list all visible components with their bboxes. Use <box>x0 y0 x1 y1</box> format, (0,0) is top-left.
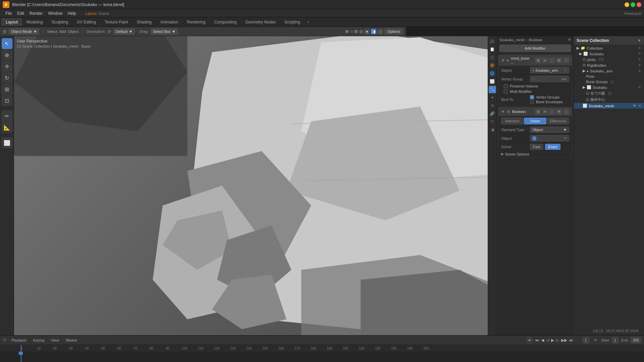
frame-circle-indicator[interactable]: ● <box>526 337 533 344</box>
timeline-editor-icon[interactable]: ⏱ <box>3 338 7 343</box>
tab-rendering[interactable]: Rendering <box>182 18 210 26</box>
options-button[interactable]: Options <box>384 28 403 35</box>
overlay-icon[interactable]: ⊞ <box>354 29 358 34</box>
rotate-tool-btn[interactable]: ↻ <box>2 72 12 83</box>
add-cube-tool-btn[interactable]: ⬜ <box>2 137 12 148</box>
exact-solver-btn[interactable]: Exact <box>545 144 560 150</box>
particles-props-btn[interactable]: ✦ <box>489 94 496 101</box>
soukaku-visibility[interactable]: 👁 <box>638 52 641 56</box>
world-props-btn[interactable]: 🌐 <box>489 70 496 77</box>
keying-menu[interactable]: Keying <box>31 338 47 343</box>
render-props-btn[interactable]: 🎥 <box>489 38 496 45</box>
intersect-tab[interactable]: Intersect <box>501 118 523 124</box>
vertex-prev-icon[interactable]: ◀ <box>561 77 564 81</box>
mod-eye-icon[interactable]: 👁 <box>556 57 562 63</box>
next-frame-btn[interactable]: ▶▶ <box>561 338 567 343</box>
bone-envelopes-checkbox[interactable] <box>530 100 534 104</box>
tab-uv-editing[interactable]: UV Editing <box>72 18 100 26</box>
tab-texture-paint[interactable]: Texture Paint <box>100 18 132 26</box>
data-props-btn[interactable]: ▽ <box>489 118 496 125</box>
timeline-body[interactable]: 1 10 20 30 40 50 60 70 80 90 100 110 120… <box>0 345 644 362</box>
playhead-handle[interactable] <box>19 352 23 355</box>
add-menu[interactable]: Add <box>59 29 66 34</box>
bool-eye-icon[interactable]: 👁 <box>556 109 562 115</box>
xray-icon[interactable]: ◎ <box>359 29 363 34</box>
output-props-btn[interactable]: 📋 <box>489 46 496 53</box>
mod-edit-icon[interactable]: ✏ <box>542 57 548 63</box>
multi-modifier-checkbox[interactable] <box>504 89 508 94</box>
bool-collapse-icon[interactable]: ▼ <box>501 110 505 114</box>
tab-geometry-nodes[interactable]: Geometry Nodes <box>241 18 280 26</box>
mod-settings-icon[interactable]: ⚙ <box>535 57 541 63</box>
measure-tool-btn[interactable]: 📐 <box>2 122 12 133</box>
prev-frame-btn[interactable]: ◀ <box>541 338 544 343</box>
vertex-group-value[interactable]: ⊡ ◀ ▶ <box>530 76 569 82</box>
move-tool-btn[interactable]: ✛ <box>2 61 12 72</box>
collection-item-1[interactable]: ▶ ⬜ Soukaku 👁 <box>574 51 644 57</box>
current-frame-input[interactable]: 1 <box>583 337 589 343</box>
scene-props-btn[interactable]: 🔆 <box>489 62 496 69</box>
bool-close-icon[interactable]: ✕ <box>563 109 569 115</box>
sync-icon[interactable]: ⟳ <box>594 338 597 343</box>
bool-object-pencil[interactable]: ✏ <box>564 136 567 140</box>
modifier-collapse-icon[interactable]: ▼ <box>501 58 505 62</box>
material-shading-btn[interactable]: ◑ <box>371 29 376 34</box>
rigidbodies-visibility[interactable]: 👁 <box>638 63 641 67</box>
collection-item-pose[interactable]: Pose <box>574 74 644 79</box>
breadcrumb-boolean[interactable]: Boolean <box>529 38 542 42</box>
collection-item-operation-center[interactable]: ⊡ 操作中心 <box>574 97 644 103</box>
timeline-track[interactable] <box>0 352 644 362</box>
tab-layout[interactable]: Layout <box>1 18 22 26</box>
prev-keyframe-btn[interactable]: ◁ <box>546 338 549 343</box>
add-workspace-button[interactable]: + <box>305 18 312 26</box>
tab-shading[interactable]: Shading <box>132 18 156 26</box>
annotate-tool-btn[interactable]: ✏ <box>2 111 12 121</box>
collection-item-0[interactable]: ▶ 📁 Collection 👁 <box>574 45 644 51</box>
select-tool-btn[interactable]: ↖ <box>2 38 12 49</box>
collection-item-soukaku-mesh-selected[interactable]: ⬜ Soukaku_mesh 👁 ⚙ <box>574 103 644 109</box>
soukaku-mesh-extra-icon[interactable]: ⚙ <box>638 104 641 108</box>
bool-settings-icon[interactable]: ⚙ <box>535 109 541 115</box>
scale-tool-btn[interactable]: ⊞ <box>2 84 12 95</box>
maximize-button[interactable] <box>631 2 635 7</box>
tab-modeling[interactable]: Modeling <box>22 18 47 26</box>
mod-close-icon[interactable]: ✕ <box>563 57 569 63</box>
constraints-props-btn[interactable]: 🔗 <box>489 110 496 117</box>
collection-item-rigidbodies[interactable]: ⊡ Rigidbodies 👁 <box>574 62 644 68</box>
back-button[interactable]: ✕ <box>568 38 571 42</box>
solver-options-row[interactable]: ▶ Solver Options <box>498 151 572 157</box>
bool-camera-icon[interactable]: 🎥 <box>549 109 555 115</box>
orientation-dropdown[interactable]: Default ▼ <box>113 28 135 35</box>
mod-camera-icon[interactable]: 🎥 <box>549 57 555 63</box>
view-layer-props-btn[interactable]: ◫ <box>489 54 496 61</box>
add-modifier-button[interactable]: Add Modifier <box>499 45 571 52</box>
rendered-shading-btn[interactable]: ○ <box>378 29 383 34</box>
breadcrumb-mesh[interactable]: Soukaku_mesh <box>499 38 525 42</box>
union-tab[interactable]: Union <box>524 118 546 124</box>
next-keyframe-btn[interactable]: ▷ <box>556 338 559 343</box>
menu-help[interactable]: Help <box>65 10 79 16</box>
preserve-volume-checkbox[interactable] <box>504 84 508 88</box>
material-props-btn[interactable]: ◑ <box>489 126 496 133</box>
operand-type-value[interactable]: Object ▼ <box>530 127 569 133</box>
tab-sculpting[interactable]: Sculpting <box>47 18 72 26</box>
collection-item-bone-groups[interactable]: Bone Groups 12 <box>574 79 644 84</box>
soukaku-mesh-visibility[interactable]: 👁 <box>633 104 636 108</box>
solid-shading-btn[interactable]: ● <box>364 29 370 34</box>
menu-edit[interactable]: Edit <box>14 10 27 16</box>
jump-start-btn[interactable]: ⏮ <box>535 338 539 343</box>
collection-visibility-icon[interactable]: 👁 <box>638 46 641 50</box>
fast-solver-btn[interactable]: Fast <box>530 144 543 150</box>
armature-object-value[interactable]: ♦ Soukaku_arm ✕ <box>530 67 569 73</box>
object-menu[interactable]: Object <box>68 29 79 34</box>
end-frame-input[interactable]: 250 <box>631 337 641 343</box>
menu-file[interactable]: File <box>3 10 14 16</box>
editor-mode-dropdown[interactable]: Object Mode ▼ <box>9 28 39 35</box>
menu-render[interactable]: Render <box>27 10 45 16</box>
clear-object-icon[interactable]: ✕ <box>564 68 567 72</box>
drag-dropdown[interactable]: Select Box ▼ <box>151 28 178 35</box>
collection-item-soukaku-mesh[interactable]: ▶ ⬜ Soukaku 👁 <box>574 84 644 90</box>
playback-menu[interactable]: Playback <box>9 338 29 343</box>
physics-props-btn[interactable]: ⊙ <box>489 102 496 109</box>
cursor-tool-btn[interactable]: ⊕ <box>2 50 12 60</box>
